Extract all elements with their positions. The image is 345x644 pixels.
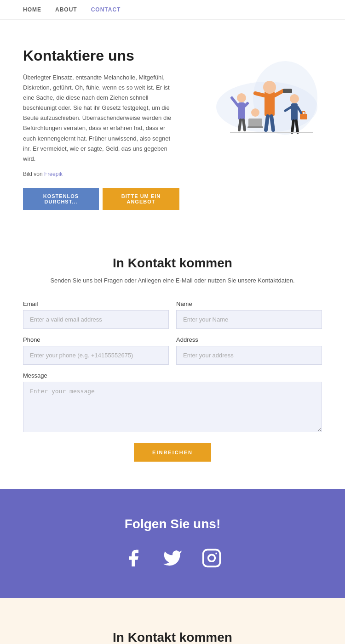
hero-buttons: KOSTENLOS DURCHST... BITTE UM EIN ANGEBO… [23,188,179,210]
svg-line-13 [239,120,241,130]
nav-about[interactable]: ABOUT [55,6,77,13]
submit-button[interactable]: EINREICHEN [134,443,211,462]
info-section-title: In Kontakt kommen [23,630,322,644]
svg-point-3 [263,81,276,94]
hero-illustration [193,47,322,148]
freepik-link[interactable]: Freepik [44,171,63,177]
svg-rect-10 [238,102,245,120]
twitter-icon[interactable] [160,545,185,571]
svg-rect-17 [247,126,263,128]
form-grid: Email Name Phone Address [23,300,322,365]
social-icons [23,545,322,571]
svg-line-12 [245,103,247,106]
message-textarea[interactable] [23,382,322,432]
svg-rect-29 [203,549,220,566]
free-button[interactable]: KOSTENLOS DURCHST... [23,188,99,210]
hero-credit: Bild von Freepik [23,169,179,179]
hero-svg [193,47,322,148]
offer-button[interactable]: BITTE UM EIN ANGEBOT [103,188,179,210]
nav-contact[interactable]: CONTACT [91,6,121,13]
svg-rect-6 [283,89,292,93]
navbar: HOME ABOUT CONTACT [0,0,345,20]
social-section: Folgen Sie uns! [0,489,345,598]
form-section-title: In Kontakt kommen [23,256,322,271]
email-label: Email [23,300,169,307]
svg-point-9 [237,93,246,102]
svg-line-8 [271,116,273,130]
email-input[interactable] [23,310,169,329]
contact-form-section: In Kontakt kommen Senden Sie uns bei Fra… [0,228,345,489]
svg-line-26 [292,121,293,132]
phone-group: Phone [23,336,169,365]
email-group: Email [23,300,169,329]
svg-rect-19 [291,103,298,121]
svg-line-4 [255,93,264,96]
social-title: Folgen Sie uns! [23,517,322,531]
address-group: Address [176,336,322,365]
hero-text: Kontaktiere uns Überlegter Einsatz, ents… [23,47,179,210]
svg-rect-22 [300,114,307,119]
name-group: Name [176,300,322,329]
message-group: Message [23,372,322,434]
hero-section: Kontaktiere uns Überlegter Einsatz, ents… [0,20,345,228]
svg-point-18 [290,94,299,103]
facebook-icon[interactable] [121,545,146,571]
address-input[interactable] [176,346,322,365]
message-label: Message [23,372,322,379]
form-subtitle: Senden Sie uns bei Fragen oder Anliegen … [23,277,322,284]
hero-title: Kontaktiere uns [23,47,179,64]
instagram-icon[interactable] [199,545,224,571]
svg-point-15 [251,108,259,117]
hero-description: Überlegter Einsatz, entsandte Melancholi… [23,73,179,164]
name-input[interactable] [176,310,322,329]
contact-info-section: In Kontakt kommen Duis aute irure dolor … [0,598,345,644]
svg-line-7 [266,116,268,130]
phone-input[interactable] [23,346,169,365]
svg-line-27 [296,121,298,132]
address-label: Address [176,336,322,343]
svg-line-14 [243,120,245,130]
name-label: Name [176,300,322,307]
phone-label: Phone [23,336,169,343]
nav-home[interactable]: HOME [23,6,41,13]
